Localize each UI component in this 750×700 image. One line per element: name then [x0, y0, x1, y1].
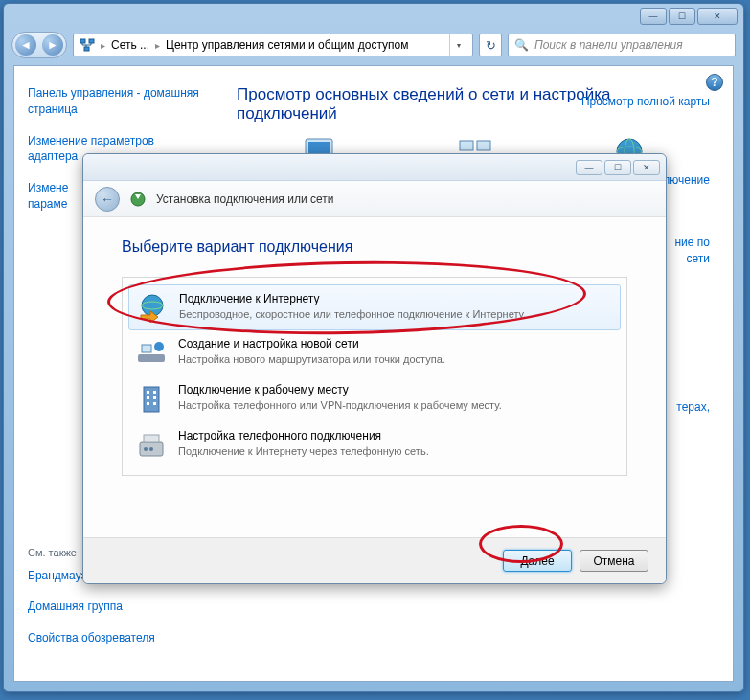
option-title: Подключение к Интернету — [179, 292, 612, 305]
address-field[interactable]: ▸ Сеть ... ▸ Центр управления сетями и о… — [73, 34, 473, 56]
dialog-maximize-button[interactable]: ☐ — [604, 160, 631, 175]
svg-rect-11 — [477, 141, 490, 150]
svg-rect-20 — [142, 345, 151, 352]
dialog-header: ← Установка подключения или сети — [83, 181, 666, 217]
partial-text: терах, — [676, 399, 710, 416]
maximize-button[interactable]: ☐ — [669, 8, 695, 25]
partial-link[interactable]: лючение — [663, 173, 710, 187]
svg-rect-27 — [147, 402, 149, 405]
dialog-body: Выберите вариант подключения Подключение… — [83, 217, 666, 497]
svg-rect-24 — [153, 391, 156, 394]
chevron-right-icon: ▸ — [155, 40, 160, 51]
modem-icon — [136, 429, 167, 460]
option-title: Создание и настройка новой сети — [178, 337, 613, 350]
close-button[interactable]: ✕ — [697, 8, 738, 25]
wizard-icon — [129, 191, 147, 208]
sidebar-link-homegroup[interactable]: Домашняя группа — [28, 598, 155, 615]
nav-buttons: ◄ ► — [11, 32, 67, 58]
svg-rect-19 — [138, 354, 165, 362]
chevron-right-icon: ▸ — [101, 40, 105, 51]
option-desc: Настройка телефонного или VPN-подключени… — [178, 398, 613, 412]
sidebar-link-internet-options[interactable]: Свойства обозревателя — [28, 630, 155, 646]
option-dialup[interactable]: Настройка телефонного подключения Подклю… — [123, 421, 626, 467]
option-connect-workplace[interactable]: Подключение к рабочему месту Настройка т… — [123, 375, 626, 421]
breadcrumb-segment[interactable]: Центр управления сетями и общим доступом — [166, 38, 409, 52]
back-button[interactable]: ← — [95, 187, 120, 212]
building-icon — [136, 383, 167, 414]
view-full-map-link[interactable]: Просмотр полной карты — [581, 95, 710, 108]
svg-rect-23 — [147, 391, 149, 394]
titlebar: — ☐ ✕ — [4, 4, 743, 29]
dialog-titlebar: — ☐ ✕ — [83, 154, 666, 181]
search-placeholder: Поиск в панели управления — [534, 38, 683, 52]
svg-rect-0 — [80, 39, 85, 43]
option-desc: Настройка нового маршрутизатора или точк… — [178, 352, 613, 366]
svg-rect-26 — [153, 396, 156, 399]
router-icon — [136, 337, 167, 368]
globe-arrow-icon — [137, 292, 168, 323]
refresh-button[interactable]: ↻ — [479, 34, 502, 56]
dialog-title: Установка подключения или сети — [156, 192, 333, 206]
connection-wizard-dialog: — ☐ ✕ ← Установка подключения или сети В… — [82, 153, 667, 584]
connection-option-list: Подключение к Интернету Беспроводное, ск… — [122, 277, 627, 476]
svg-rect-30 — [144, 435, 159, 442]
svg-rect-22 — [144, 387, 159, 412]
next-button[interactable]: Далее — [503, 550, 572, 572]
dialog-heading: Выберите вариант подключения — [122, 238, 627, 256]
minimize-button[interactable]: — — [640, 8, 667, 25]
svg-rect-25 — [147, 396, 149, 399]
cancel-button[interactable]: Отмена — [580, 550, 648, 572]
search-icon: 🔍 — [514, 38, 529, 52]
breadcrumb-segment[interactable]: Сеть ... — [111, 38, 149, 52]
dialog-footer: Далее Отмена — [83, 537, 666, 583]
option-setup-network[interactable]: Создание и настройка новой сети Настройк… — [123, 329, 626, 375]
forward-button[interactable]: ► — [42, 34, 63, 56]
svg-point-21 — [154, 342, 164, 351]
svg-point-32 — [149, 447, 153, 451]
svg-rect-2 — [84, 47, 89, 51]
dialog-minimize-button[interactable]: — — [576, 160, 602, 175]
option-desc: Беспроводное, скоростное или телефонное … — [179, 307, 612, 321]
address-dropdown[interactable]: ▾ — [449, 34, 466, 56]
addressbar: ◄ ► ▸ Сеть ... ▸ Центр управления сетями… — [11, 29, 736, 61]
dialog-close-button[interactable]: ✕ — [633, 160, 660, 175]
svg-rect-1 — [89, 39, 94, 43]
option-title: Настройка телефонного подключения — [178, 429, 613, 442]
svg-rect-28 — [153, 402, 156, 405]
option-title: Подключение к рабочему месту — [178, 383, 613, 396]
search-input[interactable]: 🔍 Поиск в панели управления — [508, 34, 736, 56]
option-desc: Подключение к Интернету через телефонную… — [178, 444, 613, 458]
option-connect-internet[interactable]: Подключение к Интернету Беспроводное, ск… — [128, 284, 621, 330]
svg-point-31 — [144, 447, 148, 451]
network-icon — [80, 37, 95, 53]
sidebar-link-home[interactable]: Панель управления - домашняя страница — [28, 85, 200, 118]
svg-rect-10 — [460, 141, 473, 150]
back-button[interactable]: ◄ — [15, 34, 36, 56]
